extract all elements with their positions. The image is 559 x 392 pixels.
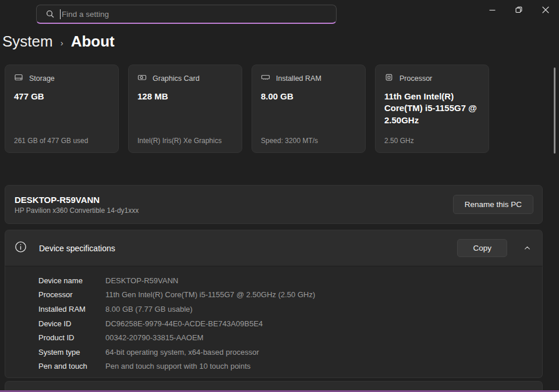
device-specifications-header[interactable]: Device specifications Copy: [5, 230, 543, 266]
chevron-right-icon: ›: [61, 35, 63, 48]
device-specifications-body: Device name DESKTOP-R59VANN Processor 11…: [5, 266, 543, 378]
spec-row-system-type: System type 64-bit operating system, x64…: [38, 345, 530, 359]
cpu-icon: [384, 73, 394, 84]
search-box[interactable]: [36, 5, 337, 24]
device-specifications-section: Device specifications Copy Device name D…: [5, 230, 543, 378]
card-value: 477 GB: [14, 91, 109, 102]
card-detail: Speed: 3200 MT/s: [261, 137, 356, 145]
card-value: 8.00 GB: [261, 91, 356, 102]
spec-row-installed-ram: Installed RAM 8.00 GB (7.77 GB usable): [38, 302, 530, 316]
close-button[interactable]: [532, 0, 559, 20]
restore-button[interactable]: [505, 0, 532, 20]
spec-row-processor: Processor 11th Gen Intel(R) Core(TM) i5-…: [38, 288, 530, 302]
spec-row-device-id: Device ID DC96258E-9979-44E0-ACDE-BE743A…: [38, 316, 530, 331]
card-detail: 261 GB of 477 GB used: [14, 137, 109, 145]
storage-card: Storage 477 GB 261 GB of 477 GB used: [5, 65, 119, 153]
ram-icon: [261, 73, 270, 84]
card-detail: 2.50 GHz: [384, 137, 480, 145]
copy-button[interactable]: Copy: [457, 239, 507, 257]
chevron-up-icon[interactable]: [523, 244, 532, 252]
processor-card: Processor 11th Gen Intel(R) Core(TM) i5-…: [375, 65, 489, 153]
gpu-icon: [137, 73, 147, 84]
info-icon: [15, 241, 27, 255]
window-controls: [479, 0, 559, 20]
spec-row-device-name: Device name DESKTOP-R59VANN: [38, 273, 530, 288]
section-title: Device specifications: [39, 244, 115, 253]
installed-ram-card: Installed RAM 8.00 GB Speed: 3200 MT/s: [252, 65, 366, 153]
rename-pc-button[interactable]: Rename this PC: [453, 195, 533, 214]
search-icon: [45, 9, 55, 19]
card-label: Installed RAM: [276, 74, 321, 83]
search-input[interactable]: [62, 10, 330, 19]
card-label: Graphics Card: [153, 74, 200, 83]
spec-row-product-id: Product ID 00342-20790-33815-AAOEM: [38, 330, 530, 345]
graphics-card-card: Graphics Card 128 MB Intel(R) Iris(R) Xe…: [128, 65, 242, 153]
spec-row-pen-and-touch: Pen and touch Pen and touch support with…: [38, 359, 530, 374]
device-name-banner: DESKTOP-R59VANN HP Pavilion x360 Convert…: [5, 185, 543, 224]
card-label: Storage: [29, 74, 55, 83]
card-label: Processor: [399, 74, 432, 83]
summary-cards: Storage 477 GB 261 GB of 477 GB used Gra…: [5, 65, 489, 153]
card-value: 11th Gen Intel(R) Core(TM) i5-1155G7 @ 2…: [384, 91, 480, 126]
text-cursor: [60, 9, 61, 19]
device-name: DESKTOP-R59VANN: [15, 195, 139, 205]
hard-drive-icon: [14, 73, 23, 84]
vertical-scrollbar[interactable]: [554, 67, 556, 154]
page-title: About: [71, 33, 115, 51]
minimize-button[interactable]: [479, 0, 505, 20]
card-value: 128 MB: [137, 91, 233, 102]
breadcrumb: System › About: [2, 33, 115, 51]
card-detail: Intel(R) Iris(R) Xe Graphics: [137, 137, 233, 145]
device-model: HP Pavilion x360 Convertible 14-dy1xxx: [15, 206, 139, 215]
breadcrumb-system[interactable]: System: [2, 33, 53, 51]
